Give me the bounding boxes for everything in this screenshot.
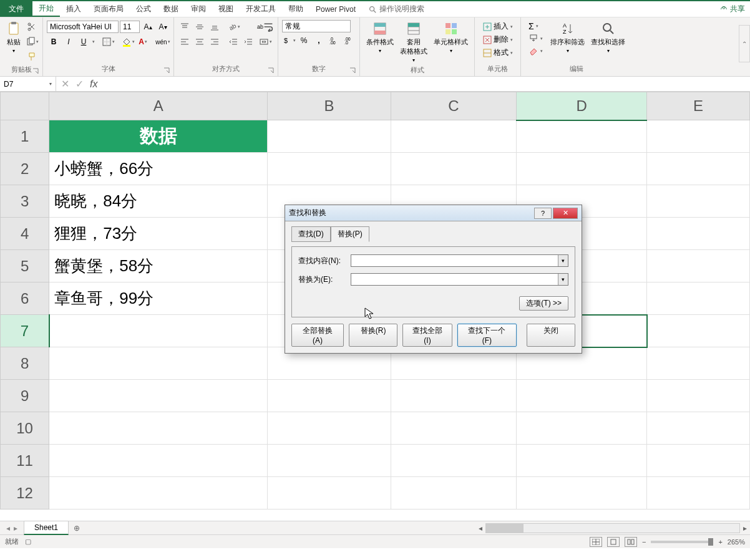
align-bottom-button[interactable] [208,20,222,34]
cell-A7[interactable] [49,315,268,347]
merge-button[interactable]: ▾ [256,35,274,49]
cell-A11[interactable] [49,445,268,477]
cancel-formula-button[interactable]: ✕ [61,78,69,90]
cell-E6[interactable] [647,282,750,315]
increase-indent-button[interactable] [241,35,255,49]
cell-D12[interactable] [517,477,647,509]
italic-button[interactable]: I [62,35,75,49]
fx-button[interactable]: fx [90,79,97,90]
dialog-launcher-icon[interactable] [163,67,170,74]
share-button[interactable]: 共享 [719,1,745,17]
cell-C2[interactable] [391,153,516,185]
name-box[interactable]: D7▾ [0,77,56,91]
dialog-launcher-icon[interactable] [268,67,274,74]
cell-C10[interactable] [391,412,516,445]
align-middle-button[interactable] [193,20,207,34]
cell-C12[interactable] [391,477,516,509]
horizontal-scrollbar[interactable]: ◂▸ [475,523,750,533]
font-name-combo[interactable] [47,21,119,33]
increase-font-button[interactable]: A▴ [141,20,155,34]
cell-B12[interactable] [268,477,391,509]
collapse-ribbon-button[interactable]: ⌃ [739,25,750,62]
select-all-corner[interactable] [1,92,49,120]
cell-A1[interactable]: 数据 [49,120,268,153]
dialog-close-button[interactable]: ✕ [553,208,578,219]
fill-button[interactable]: ▾ [525,32,547,45]
row-header[interactable]: 12 [1,477,49,509]
cell-E11[interactable] [647,445,750,477]
orientation-button[interactable]: ab▾ [226,20,240,34]
font-color-button[interactable]: A▾ [136,35,150,49]
menu-tellme[interactable]: 操作说明搜索 [362,1,431,17]
replace-input[interactable] [351,274,558,285]
percent-button[interactable]: % [297,34,311,47]
column-header[interactable]: A [49,92,268,120]
menu-pagelayout[interactable]: 页面布局 [87,1,130,17]
cell-C1[interactable] [391,120,516,153]
row-header[interactable]: 3 [1,185,49,218]
cell-D11[interactable] [517,445,647,477]
enter-formula-button[interactable]: ✓ [75,78,84,90]
find-next-button[interactable]: 查找下一个(F) [457,324,517,347]
find-input[interactable] [351,255,558,266]
align-top-button[interactable] [178,20,192,34]
cell-B11[interactable] [268,445,391,477]
underline-button[interactable]: U [77,35,90,49]
options-button[interactable]: 选项(T) >> [519,296,568,311]
decrease-indent-button[interactable] [226,35,240,49]
replace-dropdown[interactable]: ▾ [558,274,568,285]
cell-B10[interactable] [268,412,391,445]
clear-button[interactable]: ▾ [525,45,547,57]
replace-all-button[interactable]: 全部替换(A) [291,324,344,347]
new-sheet-button[interactable]: ⊕ [69,524,85,533]
menu-file[interactable]: 文件 [0,1,32,17]
cell-C9[interactable] [391,380,516,412]
pagebreak-view-button[interactable] [625,537,637,547]
number-format-combo[interactable] [282,20,351,32]
font-size-combo[interactable] [120,21,140,33]
find-all-button[interactable]: 查找全部(I) [402,324,452,347]
cell-A9[interactable] [49,380,268,412]
cell-D1[interactable] [517,120,647,153]
decrease-font-button[interactable]: A▾ [156,20,170,34]
tab-replace[interactable]: 替换(P) [331,226,369,242]
cell-E5[interactable] [647,250,750,282]
insert-cells-button[interactable]: 插入▾ [479,20,517,33]
cell-E9[interactable] [647,380,750,412]
cell-B9[interactable] [268,380,391,412]
cell-D9[interactable] [517,380,647,412]
currency-button[interactable]: $▾ [282,34,296,47]
sheet-nav-last[interactable]: ▸ [14,524,17,533]
increase-decimal-button[interactable]: .0.00 [327,34,341,47]
menu-view[interactable]: 视图 [212,1,240,17]
macro-record-button[interactable]: ▢ [25,538,31,546]
find-select-button[interactable]: 查找和选择▾ [588,20,628,55]
cell-A8[interactable] [49,347,268,380]
paste-button[interactable]: 粘贴▾ [4,20,24,55]
zoom-out-button[interactable]: − [642,538,646,546]
row-header[interactable]: 10 [1,412,49,445]
menu-formulas[interactable]: 公式 [130,1,157,17]
row-header[interactable]: 2 [1,153,49,185]
dialog-launcher-icon[interactable] [32,68,39,74]
cell-E4[interactable] [647,218,750,250]
column-header[interactable]: C [391,92,516,120]
cell-A4[interactable]: 狸狸，73分 [49,218,268,250]
cell-A6[interactable]: 章鱼哥，99分 [49,282,268,315]
delete-cells-button[interactable]: 删除▾ [479,33,517,46]
phonetic-button[interactable]: wén▾ [156,35,170,49]
autosum-button[interactable]: Σ▾ [525,20,547,32]
zoom-in-button[interactable]: + [718,538,722,546]
column-header[interactable]: B [268,92,391,120]
cell-A5[interactable]: 蟹黄堡，58分 [49,250,268,282]
close-button[interactable]: 关闭 [527,324,575,347]
zoom-slider[interactable] [651,541,713,543]
cell-E2[interactable] [647,153,750,185]
menu-developer[interactable]: 开发工具 [240,1,282,17]
cell-A3[interactable]: 晓晓，84分 [49,185,268,218]
cell-D10[interactable] [517,412,647,445]
row-header[interactable]: 5 [1,250,49,282]
fill-color-button[interactable]: ▾ [121,35,135,49]
cell-A12[interactable] [49,477,268,509]
menu-home[interactable]: 开始 [32,1,60,17]
